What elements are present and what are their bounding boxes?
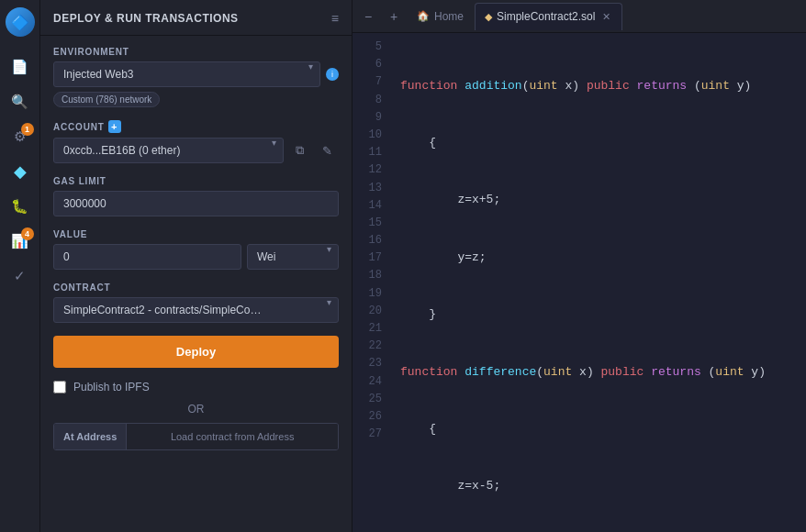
panel-body: ENVIRONMENT Injected Web3 JavaScript VM … [40, 36, 352, 532]
code-line: z=x+5; [400, 191, 806, 210]
publish-ipfs-label: Publish to IPFS [73, 381, 150, 393]
code-line: } [400, 305, 806, 325]
chart-badge: 4 [21, 227, 34, 240]
deploy-icon: ◆ [14, 161, 27, 182]
contract-label: CONTRACT [53, 283, 339, 293]
environment-label: ENVIRONMENT [53, 47, 339, 57]
tab-close-button[interactable]: ✕ [599, 10, 612, 23]
gas-limit-section: GAS LIMIT [53, 176, 339, 216]
deploy-button[interactable]: Deploy [53, 336, 339, 368]
value-section: VALUE Wei Gwei Finney Ether ▾ [53, 229, 339, 270]
edit-icon: ✎ [322, 144, 332, 158]
contract-section: CONTRACT SimpleContract2 - contracts/Sim… [53, 283, 339, 323]
line-numbers: 5 6 7 8 9 10 11 12 13 14 15 16 17 18 19 … [353, 33, 389, 532]
zoom-out-icon: − [364, 9, 372, 24]
zoom-in-icon: + [390, 9, 397, 24]
account-section: ACCOUNT + 0xccb...EB16B (0 ether) ▾ ⧉ ✎ [53, 120, 339, 163]
sidebar-icon-deploy[interactable]: ◆ [5, 156, 36, 187]
at-address-section: At Address Load contract from Address [53, 423, 339, 450]
sidebar-icon-file[interactable]: 📄 [5, 51, 36, 83]
publish-row: Publish to IPFS [53, 381, 339, 393]
deploy-panel: DEPLOY & RUN TRANSACTIONS ≡ ENVIRONMENT … [40, 0, 353, 532]
publish-ipfs-checkbox[interactable] [53, 381, 66, 393]
contract-select[interactable]: SimpleContract2 - contracts/SimpleCo… [53, 297, 339, 323]
tab-contract-label: SimpleContract2.sol [497, 10, 595, 23]
network-badge: Custom (786) network [53, 92, 160, 107]
account-select[interactable]: 0xccb...EB16B (0 ether) [53, 138, 284, 163]
account-copy-button[interactable]: ⧉ [287, 138, 311, 163]
account-label: ACCOUNT + [53, 120, 339, 133]
account-row: 0xccb...EB16B (0 ether) ▾ ⧉ ✎ [53, 138, 339, 163]
contract-icon: ◆ [485, 11, 492, 23]
value-label: VALUE [53, 229, 339, 239]
account-plus-icon[interactable]: + [108, 120, 121, 133]
sidebar-icon-chart[interactable]: 📊 4 [5, 226, 36, 257]
debug-icon: 🐛 [11, 198, 28, 215]
gas-limit-input[interactable] [53, 191, 339, 216]
zoom-in-button[interactable]: + [382, 5, 406, 28]
code-line: y=z; [400, 249, 806, 268]
environment-select-container: Injected Web3 JavaScript VM Web3 Provide… [53, 61, 320, 87]
code-line: { [400, 420, 806, 439]
git-badge: 1 [21, 123, 34, 136]
sidebar-icon-git[interactable]: ⚙ 1 [5, 121, 36, 152]
or-divider: OR [53, 403, 339, 416]
panel-header: DEPLOY & RUN TRANSACTIONS ≡ [40, 0, 352, 36]
panel-menu-icon[interactable]: ≡ [331, 11, 339, 26]
check-icon: ✓ [14, 268, 26, 284]
environment-select[interactable]: Injected Web3 JavaScript VM Web3 Provide… [53, 61, 320, 87]
value-row: Wei Gwei Finney Ether ▾ [53, 244, 339, 270]
code-line: z=x-5; [400, 477, 806, 496]
account-edit-button[interactable]: ✎ [315, 138, 339, 163]
environment-section: ENVIRONMENT Injected Web3 JavaScript VM … [53, 47, 339, 107]
at-address-button[interactable]: At Address [54, 424, 127, 449]
file-icon: 📄 [11, 59, 28, 75]
load-contract-button[interactable]: Load contract from Address [127, 424, 338, 449]
environment-row: Injected Web3 JavaScript VM Web3 Provide… [53, 61, 339, 87]
code-content: function addition(uint x) public returns… [389, 33, 806, 532]
sidebar-icon-search[interactable]: 🔍 [5, 86, 36, 117]
value-unit-select[interactable]: Wei Gwei Finney Ether [247, 244, 339, 270]
tab-home-label: Home [434, 10, 464, 23]
code-editor: 5 6 7 8 9 10 11 12 13 14 15 16 17 18 19 … [353, 33, 806, 532]
copy-icon: ⧉ [296, 143, 304, 158]
value-input[interactable] [53, 244, 241, 270]
account-select-wrapper: 0xccb...EB16B (0 ether) ▾ [53, 138, 284, 163]
panel-title: DEPLOY & RUN TRANSACTIONS [53, 12, 239, 25]
icon-sidebar: 🔷 📄 🔍 ⚙ 1 ◆ 🐛 📊 4 ✓ [0, 0, 40, 532]
app-logo: 🔷 [6, 7, 35, 37]
sidebar-icon-check[interactable]: ✓ [5, 260, 36, 292]
code-line: { [400, 134, 806, 153]
zoom-out-button[interactable]: − [356, 5, 380, 28]
search-icon: 🔍 [11, 94, 28, 110]
tabs-bar: − + 🏠 Home ◆ SimpleContract2.sol ✕ [353, 0, 806, 33]
code-area: − + 🏠 Home ◆ SimpleContract2.sol ✕ 5 6 7… [353, 0, 806, 532]
sidebar-icon-debug[interactable]: 🐛 [5, 191, 36, 222]
tab-home[interactable]: 🏠 Home [408, 3, 473, 30]
gas-limit-label: GAS LIMIT [53, 176, 339, 186]
environment-info-icon[interactable]: i [326, 68, 339, 81]
tab-contract[interactable]: ◆ SimpleContract2.sol ✕ [475, 3, 622, 30]
code-line: function difference(uint x) public retur… [400, 363, 806, 382]
code-line: function addition(uint x) public returns… [400, 77, 806, 96]
home-icon: 🏠 [417, 10, 430, 22]
